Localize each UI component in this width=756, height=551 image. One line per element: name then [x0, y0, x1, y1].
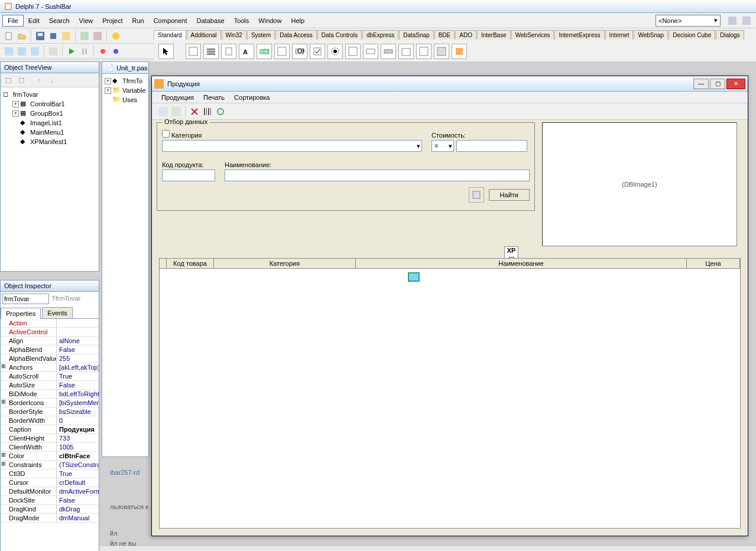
- product-code-input[interactable]: [162, 169, 215, 181]
- property-value[interactable]: 1005: [57, 443, 99, 451]
- button-component-icon[interactable]: OK: [292, 44, 307, 59]
- add-file-icon[interactable]: [78, 30, 91, 43]
- category-checkbox[interactable]: [162, 130, 170, 138]
- tree-tool-icon[interactable]: ⬚: [15, 74, 28, 87]
- palette-tab[interactable]: Standard: [154, 30, 186, 40]
- property-expand-icon[interactable]: ⊞: [1, 399, 7, 407]
- label-component-icon[interactable]: A: [239, 44, 254, 59]
- arrow-down-icon[interactable]: ↓: [46, 74, 59, 87]
- property-value[interactable]: clBtnFace: [57, 452, 99, 460]
- property-row[interactable]: AutoSizeFalse: [1, 381, 99, 390]
- property-value[interactable]: False: [57, 496, 99, 504]
- menu-search[interactable]: Search: [44, 15, 74, 26]
- property-row[interactable]: ClientWidth1005: [1, 443, 99, 452]
- palette-tab[interactable]: InterBase: [477, 30, 511, 40]
- category-combo[interactable]: ▾: [162, 140, 422, 152]
- run-icon[interactable]: [65, 45, 78, 58]
- form-window-titlebar[interactable]: Продукция — ▢ ✕: [152, 76, 748, 92]
- property-value[interactable]: [akLeft,akTop]: [57, 363, 99, 371]
- grid-col-header[interactable]: Цена: [687, 259, 740, 268]
- toolbar-barcode-icon[interactable]: [201, 105, 214, 118]
- property-value[interactable]: [biSystemMenu: [57, 399, 99, 407]
- property-expand-icon[interactable]: ⊞: [1, 461, 7, 469]
- tree-item[interactable]: ◆MainMenu1: [3, 128, 96, 137]
- radiogroup-component-icon[interactable]: [416, 44, 431, 59]
- menu-view[interactable]: View: [74, 15, 98, 26]
- menu-file[interactable]: File: [2, 15, 24, 27]
- view-unit-icon[interactable]: [2, 45, 15, 58]
- property-value[interactable]: dmManual: [57, 514, 99, 522]
- property-row[interactable]: Ctl3DTrue: [1, 470, 99, 478]
- toolbar-refresh-icon[interactable]: [214, 105, 227, 118]
- toolbar-edit-icon[interactable]: [170, 105, 183, 118]
- find-button[interactable]: Найти: [489, 189, 530, 201]
- property-value[interactable]: (TSizeConstraints): [57, 461, 99, 469]
- toolbar-delete-icon[interactable]: [188, 105, 201, 118]
- form-menu-item[interactable]: Печать: [199, 93, 229, 102]
- property-value[interactable]: bdLeftToRight: [57, 390, 99, 398]
- cost-operator-combo[interactable]: =▾: [431, 140, 454, 152]
- menu-help[interactable]: Help: [286, 15, 309, 26]
- property-row[interactable]: BorderStylebsSizeable: [1, 407, 99, 416]
- tree-root[interactable]: ◻ frmTovar: [3, 90, 96, 99]
- product-name-input[interactable]: [225, 169, 530, 181]
- remove-file-icon[interactable]: [91, 30, 104, 43]
- menu-component[interactable]: Component: [149, 15, 192, 26]
- listbox-component-icon[interactable]: [345, 44, 361, 59]
- property-row[interactable]: Action: [1, 319, 99, 328]
- property-row[interactable]: ⊞Constraints(TSizeConstraints): [1, 461, 99, 470]
- code-structure-tree[interactable]: +◆TfrmTo +📁Variable 📁Uses: [102, 74, 148, 107]
- expand-icon[interactable]: +: [12, 110, 19, 117]
- property-value[interactable]: False: [57, 345, 99, 354]
- property-row[interactable]: ⊞ColorclBtnFace: [1, 452, 99, 461]
- inspector-tab-properties[interactable]: Properties: [1, 308, 41, 319]
- toggle-icon[interactable]: [28, 45, 41, 58]
- palette-tab[interactable]: DataSnap: [399, 30, 433, 40]
- combobox-component-icon[interactable]: [363, 44, 378, 59]
- property-expand-icon[interactable]: ⊞: [1, 452, 7, 460]
- data-grid[interactable]: Код товара Категория Наименование Цена: [159, 258, 741, 529]
- property-row[interactable]: ClientHeight733: [1, 434, 99, 443]
- trace-icon[interactable]: [96, 45, 109, 58]
- menu-window[interactable]: Window: [254, 15, 286, 26]
- palette-tab[interactable]: Data Access: [275, 30, 317, 40]
- property-value[interactable]: 733: [57, 434, 99, 442]
- property-value[interactable]: [57, 319, 99, 327]
- menu-run[interactable]: Run: [127, 15, 148, 26]
- filter-settings-icon[interactable]: [469, 187, 484, 203]
- property-value[interactable]: dkDrag: [57, 505, 99, 513]
- tree-item[interactable]: +▦GroupBox1: [3, 109, 96, 118]
- property-value[interactable]: dmActiveForm: [57, 487, 99, 495]
- arrow-up-icon[interactable]: ↑: [33, 74, 46, 87]
- new-form-icon[interactable]: [47, 45, 60, 58]
- palette-tab[interactable]: InternetExpress: [554, 30, 604, 40]
- menu-project[interactable]: Project: [98, 15, 127, 26]
- property-value[interactable]: alNone: [57, 337, 99, 345]
- saveall-icon[interactable]: [47, 30, 60, 43]
- arrow-tool-icon[interactable]: [158, 44, 174, 59]
- inspector-tab-events[interactable]: Events: [42, 307, 73, 318]
- palette-tab[interactable]: WebServices: [511, 30, 554, 40]
- groupbox-component-icon[interactable]: [398, 44, 414, 59]
- close-button[interactable]: ✕: [726, 79, 745, 89]
- edit-component-icon[interactable]: ab|: [257, 44, 272, 59]
- menu-database[interactable]: Database: [192, 15, 229, 26]
- palette-tab[interactable]: Win32: [222, 30, 246, 40]
- radiobutton-component-icon[interactable]: [327, 44, 343, 59]
- project-combo[interactable]: <None> ▾: [656, 15, 721, 27]
- pause-icon[interactable]: [78, 45, 91, 58]
- object-name-input[interactable]: [2, 294, 49, 304]
- palette-tab[interactable]: dbExpress: [362, 30, 398, 40]
- property-row[interactable]: DragKinddkDrag: [1, 505, 99, 514]
- property-row[interactable]: AlignalNone: [1, 337, 99, 345]
- palette-tab[interactable]: Dialogs: [716, 30, 744, 40]
- property-row[interactable]: ⊞BorderIcons[biSystemMenu: [1, 399, 99, 407]
- grid-col-header[interactable]: Наименование: [356, 259, 687, 268]
- actionlist-component-icon[interactable]: [452, 44, 467, 59]
- property-row[interactable]: DragModedmManual: [1, 514, 99, 523]
- palette-tab[interactable]: Data Controls: [317, 30, 362, 40]
- help-icon[interactable]: [109, 30, 122, 43]
- palette-tab[interactable]: Additional: [187, 30, 221, 40]
- property-value[interactable]: crDefault: [57, 478, 99, 487]
- property-value[interactable]: Продукция: [57, 425, 99, 433]
